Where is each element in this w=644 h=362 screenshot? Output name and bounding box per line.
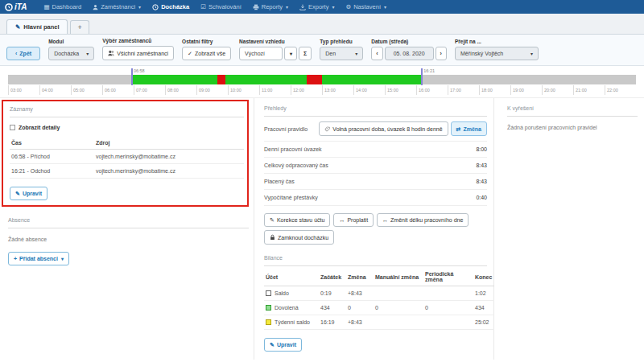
- sum-button[interactable]: Σ: [299, 47, 312, 60]
- balance-table: Účet Začátek Změna Manuální změna Period…: [264, 268, 494, 330]
- chevron-down-icon: ▾: [138, 4, 141, 10]
- work-rule-button[interactable]: Volná pracovní doba, úvazek 8 hodin denn…: [319, 121, 448, 136]
- appearance-label: Nastavení vzhledu: [239, 39, 312, 44]
- nav-label: Nastavení: [353, 3, 381, 10]
- swap-icon: ⇄: [456, 126, 461, 132]
- all-employees-button[interactable]: Všichni zaměstnanci: [102, 46, 174, 60]
- stat-value: 8:43: [476, 179, 487, 184]
- payout-button[interactable]: ↔ Proplatit: [333, 213, 374, 227]
- appearance-dropdown-button[interactable]: ▾: [284, 47, 297, 60]
- tab-label: Hlavní panel: [23, 23, 59, 31]
- back-button[interactable]: ‹ Zpět: [6, 47, 40, 60]
- timeline-hour-label: 04:00: [39, 85, 53, 95]
- nav-label: Zaměstnanci: [101, 3, 135, 10]
- account-name: Dovolená: [275, 305, 299, 311]
- stat-label: Placený čas: [264, 179, 295, 184]
- issues-column: K vyřešení Žádná porušení pracovních pra…: [494, 98, 644, 360]
- nav-item-employees[interactable]: Zaměstnanci ▾: [87, 0, 147, 14]
- view-type-group: Typ přehledu Den ▾: [320, 39, 363, 60]
- balance-change: +8:43: [346, 286, 374, 301]
- edit-tab-icon: ✎: [15, 23, 20, 31]
- employee-select-group: Výběr zaměstnanců Všichni zaměstnanci: [102, 38, 174, 60]
- goto-group: Přejít na ... Měřínský Vojtěch ▾: [455, 39, 539, 60]
- appearance-select[interactable]: Výchozí: [239, 47, 283, 60]
- nav-item-attendance[interactable]: Docházka: [147, 0, 195, 14]
- next-day-button[interactable]: ›: [436, 47, 447, 60]
- timeline-hour-label: 18:00: [479, 85, 493, 95]
- timeline-hour-label: 21:00: [573, 85, 587, 95]
- change-workday-length-button[interactable]: ↔ Změnit délku pracovního dne: [377, 213, 469, 227]
- nav-item-settings[interactable]: ⚙ Nastavení ▾: [340, 0, 392, 14]
- nav-label: Dashboard: [52, 3, 81, 10]
- add-tab-button[interactable]: +: [70, 20, 89, 34]
- edit-balance-button[interactable]: ✎ Upravit: [264, 338, 302, 352]
- top-navbar: iTA ▦ Dashboard Zaměstnanci ▾ Docházka ☑…: [0, 0, 644, 14]
- show-details-checkbox[interactable]: [10, 125, 15, 130]
- balance-change: 0: [346, 301, 374, 315]
- date-group: Datum (středa) ‹ 05. 08. 2020 ›: [371, 39, 447, 60]
- timeline-hour-label: 20:00: [542, 85, 555, 95]
- pencil-icon: ✎: [270, 342, 275, 348]
- show-all-label: Zobrazit vše: [195, 51, 225, 56]
- show-details-row[interactable]: Zobrazit detaily: [10, 125, 244, 130]
- table-row[interactable]: Dovolená 434 0 0 0 434: [264, 301, 494, 315]
- table-row[interactable]: Saldo 0:19 +8:43 1:02: [264, 286, 494, 301]
- balance-start: 16:19: [319, 315, 346, 330]
- view-type-select[interactable]: Den ▾: [320, 47, 363, 60]
- change-rule-label: Změna: [463, 126, 481, 132]
- table-row[interactable]: Týdenní saldo 16:19 +8:43 25:02: [264, 315, 494, 330]
- clock-icon: [152, 4, 159, 10]
- module-select[interactable]: Docházka ▾: [48, 47, 94, 60]
- edit-records-button[interactable]: ✎ Upravit: [10, 187, 47, 200]
- add-absence-button[interactable]: + Přidat absenci ▾: [8, 252, 69, 265]
- stat-row: Placený čas 8:43: [264, 174, 487, 190]
- goto-employee-select[interactable]: Měřínský Vojtěch ▾: [455, 47, 539, 60]
- account-name: Týdenní saldo: [275, 319, 310, 325]
- module-value: Docházka: [54, 51, 79, 56]
- lock-icon: [270, 234, 275, 241]
- module-group: Modul Docházka ▾: [48, 39, 94, 60]
- show-all-filters-button[interactable]: ✓ Zobrazit vše: [182, 47, 231, 60]
- nav-item-reports[interactable]: Reporty ▾: [247, 0, 294, 14]
- plus-icon: +: [14, 256, 17, 261]
- stat-row: Vypočítané přestávky 0:40: [264, 190, 487, 206]
- tab-main-panel[interactable]: ✎ Hlavní panel: [6, 19, 68, 34]
- toolbar: ‹ Zpět Modul Docházka ▾ Výběr zaměstnanc…: [0, 35, 644, 66]
- back-label: Zpět: [19, 51, 31, 56]
- show-details-label: Zobrazit detaily: [19, 125, 60, 130]
- table-row[interactable]: 06:58 - Příchod vojtech.merinsky@mobatim…: [10, 150, 244, 164]
- balance-periodic: [423, 286, 473, 301]
- timeline-segment-work: [322, 75, 421, 84]
- day-timeline[interactable]: 03:0004:0005:0006:0007:0008:0009:0010:00…: [8, 68, 636, 97]
- balance-end: 25:02: [473, 315, 494, 330]
- app-logo[interactable]: iTA: [5, 2, 27, 11]
- overview-column: Přehledy Pracovní pravidlo Volná pracovn…: [254, 98, 494, 360]
- filters-group: Ostatní filtry ✓ Zobrazit vše: [182, 39, 231, 60]
- link-icon: [324, 125, 330, 132]
- pencil-icon: ✎: [270, 217, 275, 223]
- work-rule-label: Pracovní pravidlo: [264, 126, 308, 132]
- timeline-segment-work: [131, 75, 217, 84]
- chevron-down-icon: ▾: [530, 51, 533, 56]
- nav-item-dashboard[interactable]: ▦ Dashboard: [38, 0, 87, 14]
- timeline-segment-idle: [8, 75, 131, 84]
- change-rule-button[interactable]: ⇄ Změna: [451, 121, 487, 136]
- timeline-hour-label: 10:00: [228, 85, 242, 95]
- lock-attendance-button[interactable]: Zamknout docházku: [264, 230, 334, 245]
- date-value[interactable]: 05. 08. 2020: [385, 47, 434, 60]
- account-correction-button[interactable]: ✎ Korekce stavu účtu: [264, 213, 330, 227]
- table-row[interactable]: 16:21 - Odchod vojtech.merinsky@mobatime…: [10, 164, 244, 179]
- prev-day-button[interactable]: ‹: [371, 47, 382, 60]
- action-label: Proplatit: [347, 217, 368, 223]
- goto-label: Přejít na ...: [455, 39, 539, 44]
- nav-label: Docházka: [161, 3, 189, 10]
- edit-balance-label: Upravit: [277, 342, 296, 348]
- date-label: Datum (středa): [371, 39, 447, 44]
- nav-item-exports[interactable]: Exporty ▾: [294, 0, 340, 14]
- saldo-swatch: [266, 290, 271, 296]
- timeline-bar: [8, 75, 636, 84]
- appearance-value: Výchozí: [245, 51, 265, 56]
- nav-item-approvals[interactable]: ☑ Schvalování: [195, 0, 247, 14]
- nav-label: Schvalování: [208, 3, 242, 10]
- action-label: Korekce stavu účtu: [277, 217, 325, 223]
